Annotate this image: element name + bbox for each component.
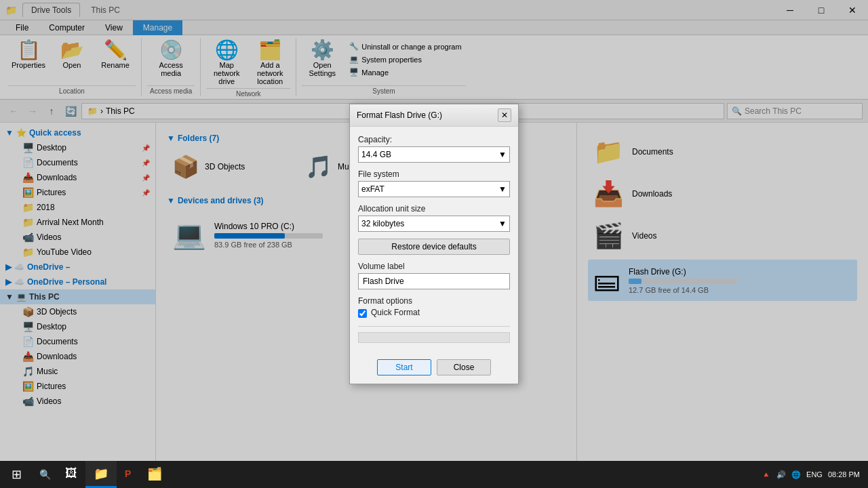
taskbar-search-btn[interactable]: 🔍	[33, 461, 57, 488]
taskbar-task-view[interactable]: 🖼	[57, 461, 85, 488]
taskbar-network-icon[interactable]: 🌐	[791, 470, 801, 479]
modal-close-button[interactable]: Close	[437, 359, 491, 375]
taskbar-volume-icon[interactable]: 🔊	[776, 470, 786, 479]
capacity-value: 14.4 GB	[361, 150, 391, 159]
format-modal: Format Flash Drive (G:) ✕ Capacity: 14.4…	[349, 104, 519, 384]
capacity-label: Capacity:	[358, 135, 510, 144]
file-system-label: File system	[358, 169, 510, 179]
modal-title-bar[interactable]: Format Flash Drive (G:) ✕	[350, 104, 518, 127]
modal-footer: Start Close	[350, 354, 518, 384]
taskbar-file-explorer[interactable]: 📁	[85, 461, 117, 488]
start-button[interactable]: Start	[377, 359, 431, 375]
taskbar-language[interactable]: ENG	[806, 470, 823, 479]
allocation-field: Allocation unit size 32 kilobytes ▼	[358, 204, 510, 232]
volume-label-input[interactable]	[358, 273, 510, 289]
modal-overlay: Format Flash Drive (G:) ✕ Capacity: 14.4…	[0, 0, 868, 488]
file-system-value: exFAT	[361, 184, 384, 194]
capacity-select[interactable]: 14.4 GB ▼	[358, 146, 510, 163]
capacity-field: Capacity: 14.4 GB ▼	[358, 135, 510, 163]
allocation-value: 32 kilobytes	[361, 219, 404, 228]
modal-title: Format Flash Drive (G:)	[357, 110, 442, 120]
taskbar-right: 🔺 🔊 🌐 ENG 08:28 PM	[762, 470, 868, 479]
format-options-field: Format options Quick Format	[358, 296, 510, 319]
start-button-taskbar[interactable]: ⊞	[0, 461, 33, 488]
quick-format-label[interactable]: Quick Format	[371, 308, 420, 317]
allocation-chevron: ▼	[498, 219, 507, 228]
volume-label-label: Volume label	[358, 262, 510, 271]
quick-format-row: Quick Format	[358, 308, 510, 319]
taskbar-folder2[interactable]: 🗂️	[139, 461, 170, 488]
allocation-select[interactable]: 32 kilobytes ▼	[358, 216, 510, 232]
capacity-chevron: ▼	[498, 150, 507, 159]
allocation-label: Allocation unit size	[358, 204, 510, 214]
format-options-label: Format options	[358, 296, 510, 306]
taskbar-up-arrow[interactable]: 🔺	[762, 470, 771, 479]
file-system-select[interactable]: exFAT ▼	[358, 181, 510, 197]
file-system-chevron: ▼	[498, 184, 507, 194]
modal-divider	[358, 326, 510, 327]
volume-label-field: Volume label	[358, 262, 510, 289]
modal-body: Capacity: 14.4 GB ▼ File system exFAT ▼ …	[350, 127, 518, 354]
quick-format-checkbox[interactable]	[358, 309, 367, 318]
modal-close-x[interactable]: ✕	[498, 108, 511, 122]
taskbar: ⊞ 🔍 🖼 📁 P 🗂️ 🔺 🔊 🌐 ENG 08:28 PM	[0, 461, 868, 488]
taskbar-clock[interactable]: 08:28 PM	[828, 470, 860, 479]
taskbar-powerpoint[interactable]: P	[117, 461, 139, 488]
taskbar-time: 08:28 PM	[828, 470, 860, 479]
progress-bar-container	[358, 332, 510, 343]
restore-defaults-btn[interactable]: Restore device defaults	[358, 239, 510, 255]
file-system-field: File system exFAT ▼	[358, 169, 510, 197]
